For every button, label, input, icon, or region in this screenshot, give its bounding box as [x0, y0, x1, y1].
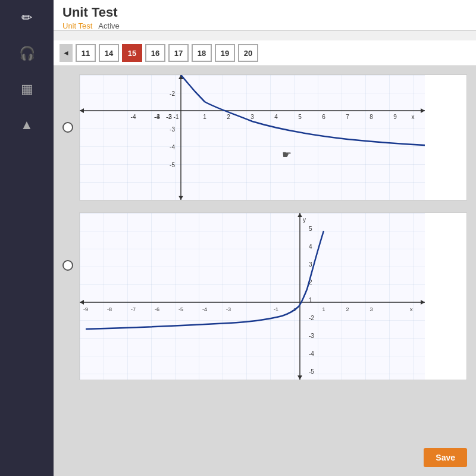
svg-text:-4: -4 — [131, 114, 136, 120]
svg-text:6: 6 — [322, 114, 325, 120]
svg-text:4: 4 — [274, 114, 278, 120]
svg-text:☛: ☛ — [282, 149, 292, 161]
svg-text:-1: -1 — [274, 306, 278, 312]
svg-text:4: 4 — [309, 243, 312, 250]
graph-box-1: -4 -3 -4 -3 -2 -1 1 2 3 4 5 6 7 8 9 — [79, 74, 467, 201]
graph-box-2: -9 -8 -7 -6 -5 -4 -3 -1 -1 1 2 3 x 5 4 — [79, 212, 467, 380]
svg-text:-1: -1 — [174, 114, 179, 120]
svg-text:-5: -5 — [178, 306, 183, 312]
svg-text:5: 5 — [309, 226, 312, 232]
svg-text:3: 3 — [250, 114, 254, 120]
svg-text:x: x — [410, 306, 413, 312]
svg-text:-5: -5 — [170, 162, 175, 168]
svg-text:-2: -2 — [170, 90, 175, 97]
question-nav: ◄ 11 14 15 16 17 18 19 20 — [54, 40, 476, 66]
q-btn-15[interactable]: 15 — [122, 44, 142, 62]
svg-text:9: 9 — [393, 114, 397, 120]
breadcrumb-link[interactable]: Unit Test — [62, 21, 92, 30]
svg-text:-3: -3 — [170, 126, 175, 133]
svg-text:x: x — [412, 114, 415, 120]
svg-text:8: 8 — [369, 114, 373, 120]
svg-text:7: 7 — [346, 114, 349, 120]
svg-text:-7: -7 — [131, 306, 136, 312]
svg-text:-4: -4 — [202, 306, 207, 312]
svg-text:-3: -3 — [309, 333, 314, 339]
radio-option-1[interactable] — [62, 122, 73, 133]
svg-text:-4: -4 — [309, 350, 314, 357]
sidebar: ✏ 🎧 ▦ ▲ — [0, 0, 54, 476]
q-btn-20[interactable]: 20 — [238, 44, 258, 62]
headphones-icon[interactable]: 🎧 — [15, 42, 39, 65]
svg-text:-3: -3 — [155, 114, 160, 120]
svg-text:1: 1 — [322, 306, 325, 312]
nav-back-button[interactable]: ◄ — [60, 44, 73, 62]
svg-text:-5: -5 — [309, 368, 314, 375]
calculator-icon[interactable]: ▦ — [15, 77, 39, 101]
svg-text:2: 2 — [346, 306, 349, 312]
save-button[interactable]: Save — [424, 448, 467, 467]
graph-option-2: -9 -8 -7 -6 -5 -4 -3 -1 -1 1 2 3 x 5 4 — [62, 212, 467, 380]
page-title: Unit Test — [62, 5, 467, 20]
q-btn-16[interactable]: 16 — [145, 44, 165, 62]
svg-text:-6: -6 — [155, 306, 159, 312]
svg-text:-2: -2 — [167, 114, 172, 120]
svg-text:-9: -9 — [83, 306, 88, 312]
svg-text:2: 2 — [227, 114, 230, 120]
svg-text:-8: -8 — [107, 306, 112, 312]
svg-text:-2: -2 — [309, 315, 314, 321]
svg-text:5: 5 — [298, 114, 302, 120]
svg-text:-3: -3 — [226, 306, 231, 312]
q-btn-14[interactable]: 14 — [99, 44, 119, 62]
svg-rect-1 — [80, 75, 425, 200]
q-btn-11[interactable]: 11 — [76, 44, 96, 62]
q-btn-17[interactable]: 17 — [168, 44, 189, 62]
svg-text:3: 3 — [309, 261, 312, 268]
graph-option-1: -4 -3 -4 -3 -2 -1 1 2 3 4 5 6 7 8 9 — [62, 74, 467, 201]
svg-text:1: 1 — [203, 114, 206, 120]
breadcrumb: Unit Test Active — [62, 21, 467, 30]
pencil-icon[interactable]: ✏ — [15, 6, 39, 30]
q-btn-19[interactable]: 19 — [215, 44, 235, 62]
q-btn-18[interactable]: 18 — [192, 44, 212, 62]
graph-svg-1: -4 -3 -4 -3 -2 -1 1 2 3 4 5 6 7 8 9 — [80, 75, 425, 200]
svg-text:3: 3 — [369, 306, 372, 312]
svg-text:-4: -4 — [170, 144, 175, 151]
svg-text:y: y — [303, 217, 306, 223]
breadcrumb-status: Active — [98, 21, 119, 30]
radio-option-2[interactable] — [62, 260, 73, 271]
main-content: -4 -3 -4 -3 -2 -1 1 2 3 4 5 6 7 8 9 — [54, 65, 476, 476]
flag-icon[interactable]: ▲ — [15, 113, 39, 137]
graph-svg-2: -9 -8 -7 -6 -5 -4 -3 -1 -1 1 2 3 x 5 4 — [80, 213, 425, 380]
svg-text:1: 1 — [309, 297, 312, 303]
svg-rect-30 — [80, 213, 425, 380]
screen: ✏ 🎧 ▦ ▲ Unit Test Unit Test Active ◄ 11 … — [0, 0, 476, 476]
